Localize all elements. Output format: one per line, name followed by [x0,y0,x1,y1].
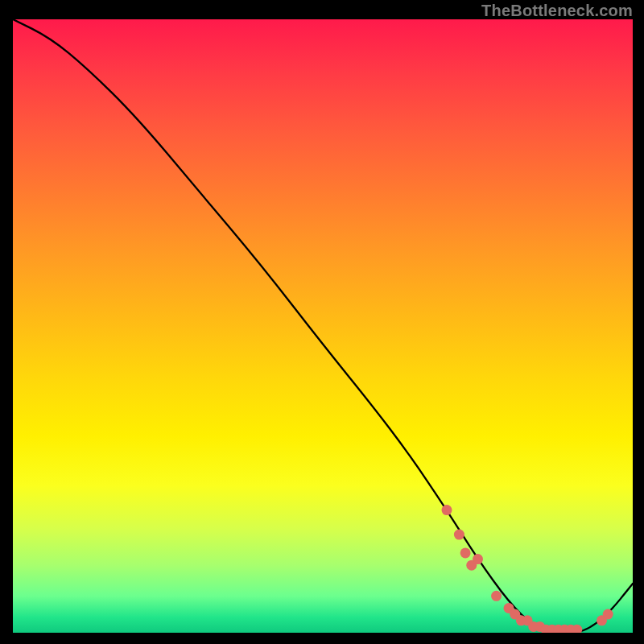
marker-dot [473,554,483,564]
bottleneck-curve [13,19,633,633]
marker-dot [491,591,502,601]
marker-dot [460,547,471,558]
attribution-label: TheBottleneck.com [481,2,633,20]
marker-dot [442,505,452,515]
marker-cluster [442,505,613,633]
plot-area [13,19,633,633]
curve-layer [13,19,633,633]
marker-dot [454,530,464,540]
chart-stage: TheBottleneck.com [0,0,644,644]
marker-dot [603,609,613,620]
